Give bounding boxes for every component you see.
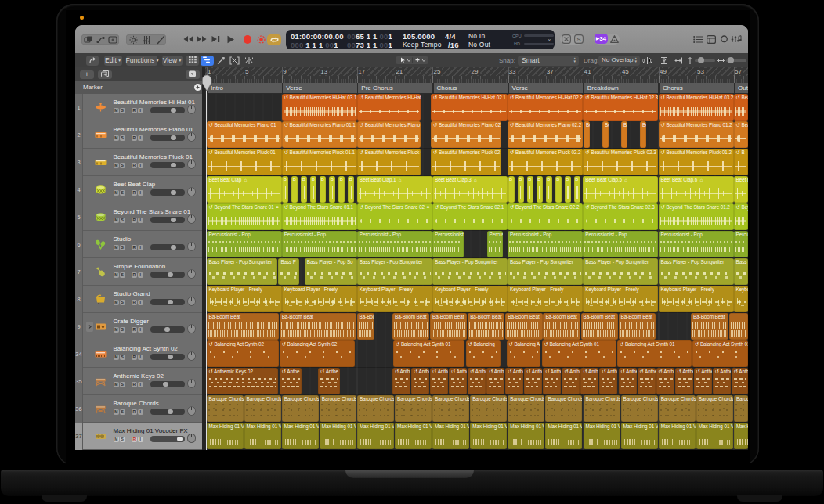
svg-text:S: S [576, 36, 580, 43]
